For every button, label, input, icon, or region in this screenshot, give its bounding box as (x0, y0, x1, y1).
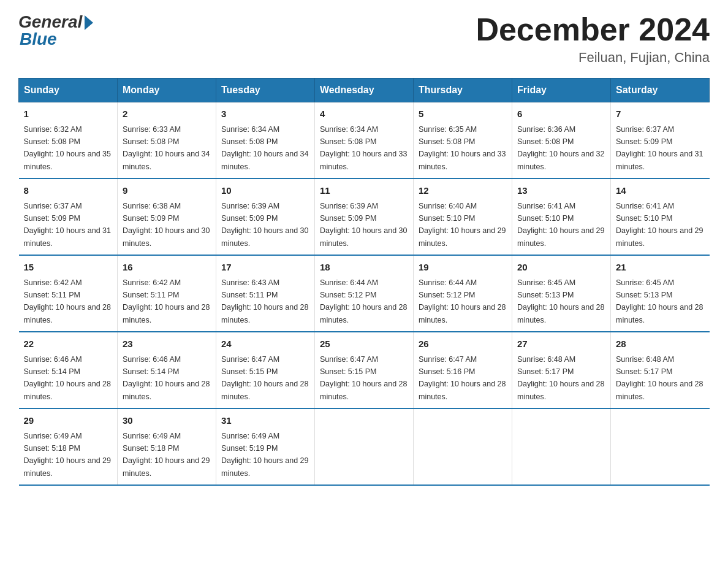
day-number: 4 (320, 107, 408, 121)
calendar-cell: 11 Sunrise: 6:39 AMSunset: 5:09 PMDaylig… (315, 178, 414, 255)
day-number: 16 (123, 261, 211, 275)
day-info: Sunrise: 6:44 AMSunset: 5:12 PMDaylight:… (320, 278, 407, 324)
day-number: 3 (221, 107, 309, 121)
calendar-table: SundayMondayTuesdayWednesdayThursdayFrid… (18, 78, 710, 486)
day-number: 23 (123, 337, 211, 351)
logo-blue-text: Blue (18, 29, 57, 49)
calendar-week-row: 29 Sunrise: 6:49 AMSunset: 5:18 PMDaylig… (19, 408, 710, 485)
day-info: Sunrise: 6:41 AMSunset: 5:10 PMDaylight:… (517, 202, 604, 248)
day-info: Sunrise: 6:34 AMSunset: 5:08 PMDaylight:… (320, 125, 407, 171)
day-info: Sunrise: 6:49 AMSunset: 5:18 PMDaylight:… (24, 432, 111, 478)
day-number: 31 (221, 414, 309, 428)
day-number: 15 (24, 261, 113, 275)
day-number: 9 (123, 184, 211, 198)
day-number: 12 (419, 184, 507, 198)
calendar-cell: 31 Sunrise: 6:49 AMSunset: 5:19 PMDaylig… (216, 408, 315, 485)
calendar-header-friday: Friday (512, 79, 611, 102)
calendar-cell: 3 Sunrise: 6:34 AMSunset: 5:08 PMDayligh… (216, 102, 315, 179)
day-info: Sunrise: 6:45 AMSunset: 5:13 PMDaylight:… (517, 278, 604, 324)
day-info: Sunrise: 6:47 AMSunset: 5:15 PMDaylight:… (320, 355, 407, 401)
day-number: 17 (221, 261, 309, 275)
calendar-cell: 12 Sunrise: 6:40 AMSunset: 5:10 PMDaylig… (414, 178, 512, 255)
day-info: Sunrise: 6:47 AMSunset: 5:16 PMDaylight:… (419, 355, 506, 401)
calendar-cell: 16 Sunrise: 6:42 AMSunset: 5:11 PMDaylig… (118, 255, 216, 332)
calendar-cell: 8 Sunrise: 6:37 AMSunset: 5:09 PMDayligh… (19, 178, 118, 255)
logo-arrow-icon (85, 15, 93, 30)
day-number: 6 (517, 107, 605, 121)
day-number: 18 (320, 261, 408, 275)
calendar-header-thursday: Thursday (414, 79, 512, 102)
day-number: 25 (320, 337, 408, 351)
day-info: Sunrise: 6:37 AMSunset: 5:09 PMDaylight:… (616, 125, 703, 171)
day-number: 21 (616, 261, 705, 275)
month-title: December 2024 (476, 12, 710, 47)
day-number: 29 (24, 414, 113, 428)
logo: General Blue (18, 12, 93, 49)
day-info: Sunrise: 6:34 AMSunset: 5:08 PMDaylight:… (221, 125, 308, 171)
day-number: 28 (616, 337, 705, 351)
day-number: 20 (517, 261, 605, 275)
day-info: Sunrise: 6:43 AMSunset: 5:11 PMDaylight:… (221, 278, 308, 324)
calendar-cell: 10 Sunrise: 6:39 AMSunset: 5:09 PMDaylig… (216, 178, 315, 255)
day-info: Sunrise: 6:46 AMSunset: 5:14 PMDaylight:… (123, 355, 210, 401)
day-info: Sunrise: 6:37 AMSunset: 5:09 PMDaylight:… (24, 202, 111, 248)
calendar-cell: 17 Sunrise: 6:43 AMSunset: 5:11 PMDaylig… (216, 255, 315, 332)
day-info: Sunrise: 6:42 AMSunset: 5:11 PMDaylight:… (24, 278, 111, 324)
calendar-cell: 28 Sunrise: 6:48 AMSunset: 5:17 PMDaylig… (611, 332, 710, 408)
calendar-cell: 7 Sunrise: 6:37 AMSunset: 5:09 PMDayligh… (611, 102, 710, 179)
calendar-header-sunday: Sunday (19, 79, 118, 102)
calendar-week-row: 1 Sunrise: 6:32 AMSunset: 5:08 PMDayligh… (19, 102, 710, 179)
day-number: 8 (24, 184, 113, 198)
day-info: Sunrise: 6:49 AMSunset: 5:19 PMDaylight:… (221, 432, 308, 478)
calendar-cell (315, 408, 414, 485)
calendar-cell (512, 408, 611, 485)
calendar-week-row: 8 Sunrise: 6:37 AMSunset: 5:09 PMDayligh… (19, 178, 710, 255)
day-number: 11 (320, 184, 408, 198)
day-info: Sunrise: 6:32 AMSunset: 5:08 PMDaylight:… (24, 125, 111, 171)
calendar-cell: 2 Sunrise: 6:33 AMSunset: 5:08 PMDayligh… (118, 102, 216, 179)
calendar-week-row: 22 Sunrise: 6:46 AMSunset: 5:14 PMDaylig… (19, 332, 710, 408)
day-number: 19 (419, 261, 507, 275)
day-number: 2 (123, 107, 211, 121)
calendar-cell: 21 Sunrise: 6:45 AMSunset: 5:13 PMDaylig… (611, 255, 710, 332)
calendar-cell: 27 Sunrise: 6:48 AMSunset: 5:17 PMDaylig… (512, 332, 611, 408)
calendar-header-row: SundayMondayTuesdayWednesdayThursdayFrid… (19, 79, 710, 102)
day-number: 13 (517, 184, 605, 198)
calendar-cell: 24 Sunrise: 6:47 AMSunset: 5:15 PMDaylig… (216, 332, 315, 408)
calendar-header-tuesday: Tuesday (216, 79, 315, 102)
calendar-cell: 1 Sunrise: 6:32 AMSunset: 5:08 PMDayligh… (19, 102, 118, 179)
calendar-cell: 13 Sunrise: 6:41 AMSunset: 5:10 PMDaylig… (512, 178, 611, 255)
day-info: Sunrise: 6:44 AMSunset: 5:12 PMDaylight:… (419, 278, 506, 324)
calendar-cell: 18 Sunrise: 6:44 AMSunset: 5:12 PMDaylig… (315, 255, 414, 332)
day-number: 26 (419, 337, 507, 351)
day-info: Sunrise: 6:39 AMSunset: 5:09 PMDaylight:… (221, 202, 308, 248)
day-number: 1 (24, 107, 113, 121)
day-info: Sunrise: 6:47 AMSunset: 5:15 PMDaylight:… (221, 355, 308, 401)
day-info: Sunrise: 6:42 AMSunset: 5:11 PMDaylight:… (123, 278, 210, 324)
calendar-cell: 6 Sunrise: 6:36 AMSunset: 5:08 PMDayligh… (512, 102, 611, 179)
day-info: Sunrise: 6:48 AMSunset: 5:17 PMDaylight:… (616, 355, 703, 401)
day-number: 5 (419, 107, 507, 121)
page-header: General Blue December 2024 Feiluan, Fuji… (18, 12, 710, 66)
day-number: 14 (616, 184, 705, 198)
day-number: 22 (24, 337, 113, 351)
day-info: Sunrise: 6:49 AMSunset: 5:18 PMDaylight:… (123, 432, 210, 478)
calendar-header-monday: Monday (118, 79, 216, 102)
day-info: Sunrise: 6:45 AMSunset: 5:13 PMDaylight:… (616, 278, 703, 324)
calendar-cell: 23 Sunrise: 6:46 AMSunset: 5:14 PMDaylig… (118, 332, 216, 408)
day-info: Sunrise: 6:39 AMSunset: 5:09 PMDaylight:… (320, 202, 407, 248)
day-info: Sunrise: 6:46 AMSunset: 5:14 PMDaylight:… (24, 355, 111, 401)
day-info: Sunrise: 6:33 AMSunset: 5:08 PMDaylight:… (123, 125, 210, 171)
day-info: Sunrise: 6:48 AMSunset: 5:17 PMDaylight:… (517, 355, 604, 401)
location-subtitle: Feiluan, Fujian, China (476, 50, 710, 66)
day-number: 30 (123, 414, 211, 428)
day-number: 7 (616, 107, 705, 121)
calendar-cell: 5 Sunrise: 6:35 AMSunset: 5:08 PMDayligh… (414, 102, 512, 179)
calendar-week-row: 15 Sunrise: 6:42 AMSunset: 5:11 PMDaylig… (19, 255, 710, 332)
calendar-cell (414, 408, 512, 485)
calendar-cell: 20 Sunrise: 6:45 AMSunset: 5:13 PMDaylig… (512, 255, 611, 332)
calendar-cell (611, 408, 710, 485)
calendar-cell: 14 Sunrise: 6:41 AMSunset: 5:10 PMDaylig… (611, 178, 710, 255)
day-info: Sunrise: 6:40 AMSunset: 5:10 PMDaylight:… (419, 202, 506, 248)
calendar-header-wednesday: Wednesday (315, 79, 414, 102)
